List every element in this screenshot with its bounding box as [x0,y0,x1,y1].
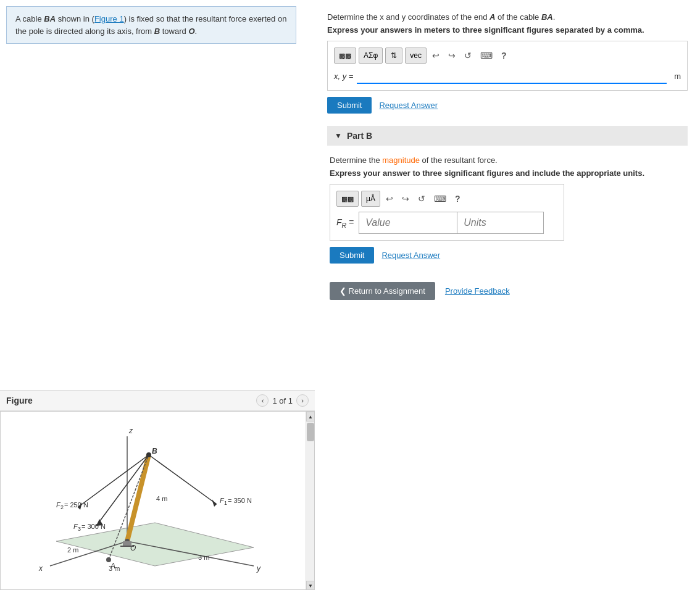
figure-header: Figure ‹ 1 of 1 › [0,390,315,411]
svg-text:1: 1 [224,500,227,506]
part-a-answer-box: ▩▩ ΑΣφ ⇅ vec ↩ ↪ ↺ ⌨ ? x, y = m [327,41,688,91]
part-b-determine-text: Determine the magnitude of the resultant… [330,156,688,165]
part-b-submit-row: Submit Request Answer [330,247,688,264]
scrollbar-thumb [307,423,314,441]
part-a-unit: m [674,72,681,81]
bottom-actions: ❮ Return to Assignment Provide Feedback [330,282,688,300]
undo-btn-b[interactable]: ↩ [383,192,396,206]
problem-text: A cable BA shown in (Figure 1) is fixed … [6,6,296,44]
part-b-header: ▼ Part B [327,126,688,146]
return-assignment-btn[interactable]: ❮ Return to Assignment [330,282,435,300]
fr-input-row: FR = [336,212,557,234]
part-a-express-text: Express your answers in meters to three … [327,25,688,35]
symbol-btn-b[interactable]: μÅ [361,191,380,207]
svg-text:2: 2 [60,504,64,510]
scrollbar-down-btn[interactable]: ▼ [306,581,315,590]
figure-nav: ‹ 1 of 1 › [256,394,309,407]
svg-text:= 250 N: = 250 N [64,501,88,509]
refresh-btn-b[interactable]: ↺ [415,192,428,206]
figure-prev-btn[interactable]: ‹ [256,394,269,407]
svg-text:y: y [256,564,261,573]
part-b-answer-box: ▩▩ μÅ ↩ ↪ ↺ ⌨ ? FR = [330,184,564,241]
svg-text:= 350 N: = 350 N [228,497,252,504]
part-a-toolbar: ▩▩ ΑΣφ ⇅ vec ↩ ↪ ↺ ⌨ ? [334,48,681,64]
svg-text:3 m: 3 m [198,554,209,561]
keyboard-btn-b[interactable]: ⌨ [431,192,449,206]
figure-image-area: z x y B O [0,411,315,590]
help-btn-a[interactable]: ? [498,49,510,62]
fr-label: FR = [336,217,354,229]
part-a-submit-btn[interactable]: Submit [327,97,372,114]
provide-feedback-link[interactable]: Provide Feedback [445,286,510,296]
part-b-express-text: Express your answer to three significant… [330,168,688,178]
part-b-arrow-icon: ▼ [335,131,342,140]
updown-btn-a[interactable]: ⇅ [385,48,402,64]
figure-scrollbar[interactable]: ▲ ▼ [306,412,314,589]
part-b-request-answer-link[interactable]: Request Answer [381,251,440,260]
figure-page-info: 1 of 1 [272,396,293,405]
part-a-input-label: x, y = [334,72,353,81]
svg-text:x: x [38,564,43,573]
keyboard-btn-a[interactable]: ⌨ [477,49,496,62]
part-b-submit-btn[interactable]: Submit [330,247,374,264]
symbol-btn-a[interactable]: ΑΣφ [359,48,383,64]
fr-units-input[interactable] [457,212,544,234]
part-a-answer-input[interactable] [357,69,667,84]
matrix-btn-a[interactable]: ▩▩ [334,48,356,64]
part-b-label: Part B [347,131,372,141]
svg-text:z: z [128,426,133,435]
svg-text:= 300 N: = 300 N [81,523,106,530]
vec-btn-a[interactable]: vec [405,48,427,64]
right-panel: Determine the x and y coordinates of the… [315,0,700,590]
highlight-word: magnitude [382,156,420,165]
svg-text:B: B [152,447,157,455]
part-a-section: Determine the x and y coordinates of the… [327,12,688,114]
svg-text:3 m: 3 m [109,565,120,572]
part-a-input-row: x, y = m [334,69,681,84]
part-a-request-answer-link[interactable]: Request Answer [379,101,438,110]
redo-btn-a[interactable]: ↪ [445,49,459,62]
part-b-section: Determine the magnitude of the resultant… [327,156,688,300]
redo-btn-b[interactable]: ↪ [399,192,412,206]
figure-link[interactable]: Figure 1 [94,14,124,23]
figure-diagram: z x y B O [7,418,291,578]
refresh-btn-a[interactable]: ↺ [461,49,475,62]
figure-next-btn[interactable]: › [296,394,309,407]
part-a-determine-text: Determine the x and y coordinates of the… [327,12,688,22]
help-btn-b[interactable]: ? [452,192,464,206]
fr-value-input[interactable] [359,212,457,234]
svg-text:2 m: 2 m [67,546,78,554]
matrix-btn-b[interactable]: ▩▩ [336,191,359,207]
svg-rect-34 [123,541,131,546]
svg-marker-16 [212,499,217,507]
svg-text:3: 3 [78,526,81,532]
part-b-toolbar: ▩▩ μÅ ↩ ↪ ↺ ⌨ ? [336,191,557,207]
undo-btn-a[interactable]: ↩ [429,49,443,62]
figure-section: Figure ‹ 1 of 1 › z [0,390,315,590]
svg-text:4 m: 4 m [156,495,167,502]
part-a-submit-row: Submit Request Answer [327,97,688,114]
figure-title: Figure [6,396,33,405]
scrollbar-up-btn[interactable]: ▲ [306,412,315,422]
